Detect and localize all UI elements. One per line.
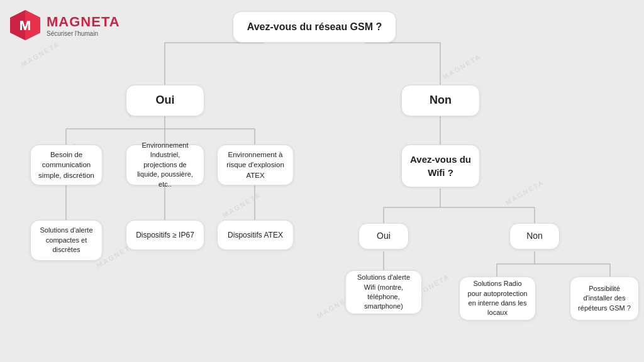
wifi-box: Avez-vous du Wifi ? bbox=[401, 145, 480, 187]
wifi-leaf1-box: Solutions d'alerte Wifi (montre, télépho… bbox=[345, 270, 422, 314]
wifi-oui-box: Oui bbox=[358, 223, 409, 250]
wifi-leaf3-box: Possibilité d'installer des répéteurs GS… bbox=[570, 277, 639, 321]
watermark: MAGNETA bbox=[221, 191, 263, 219]
watermark: MAGNETA bbox=[441, 53, 483, 81]
oui-box: Oui bbox=[126, 85, 204, 116]
svg-text:M: M bbox=[19, 18, 31, 33]
child3-box: Environnement à risque d'explosion ATEX bbox=[217, 145, 294, 185]
leaf1-box: Solutions d'alerte compactes et discrète… bbox=[30, 220, 103, 261]
watermark: MAGNETA bbox=[20, 40, 62, 69]
logo-tagline: Sécuriser l'humain bbox=[47, 30, 120, 37]
child2-box: Environnement Industriel, projections de… bbox=[126, 145, 204, 185]
logo-icon: M M bbox=[9, 9, 42, 41]
logo-brand: MAGNETA bbox=[47, 14, 120, 30]
wifi-non-box: Non bbox=[509, 223, 560, 250]
watermark: MAGNETA bbox=[504, 178, 546, 207]
leaf2-box: Dispositifs ≥ IP67 bbox=[126, 220, 204, 250]
wifi-leaf2-box: Solutions Radio pour autoprotection en i… bbox=[459, 277, 536, 321]
non-box: Non bbox=[401, 85, 480, 116]
leaf3-box: Dispositifs ATEX bbox=[217, 220, 294, 250]
logo-text: MAGNETA Sécuriser l'humain bbox=[47, 14, 120, 37]
root-box: Avez-vous du réseau GSM ? bbox=[233, 11, 396, 43]
main-container: MAGNETA MAGNETA MAGNETA MAGNETA MAGNETA … bbox=[0, 0, 644, 362]
child1-box: Besoin de communication simple, discréti… bbox=[30, 145, 103, 185]
logo: M M MAGNETA Sécuriser l'humain bbox=[9, 9, 120, 41]
